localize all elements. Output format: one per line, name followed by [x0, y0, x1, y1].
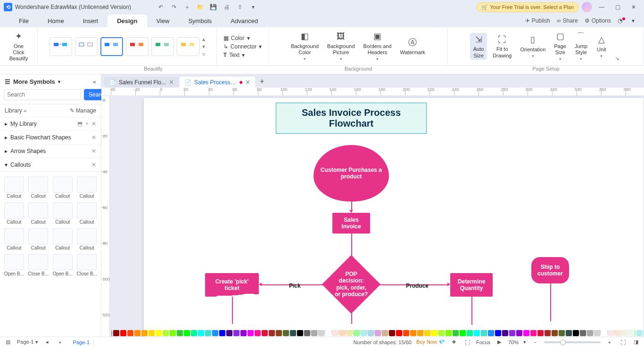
page-add-icon[interactable]: + — [56, 339, 65, 345]
trial-banner[interactable]: 🛒 Your Free Trial is over. Select a Plan — [476, 2, 579, 12]
color-swatch[interactable] — [389, 330, 395, 336]
color-swatch[interactable] — [255, 330, 261, 336]
node-ship[interactable]: Ship to customer — [531, 257, 569, 283]
menu-insert[interactable]: Insert — [74, 15, 108, 27]
connector[interactable] — [351, 202, 352, 211]
more-icon[interactable]: ▾ — [248, 2, 258, 12]
pagesetup-launcher-icon[interactable]: ↘ — [613, 53, 621, 64]
color-swatch[interactable] — [636, 330, 643, 336]
gallery-item[interactable]: Open B... — [2, 252, 26, 278]
gallery-item[interactable]: Callout — [2, 201, 26, 226]
theme-5[interactable] — [151, 37, 174, 56]
export-icon[interactable]: ⇪ — [235, 2, 245, 12]
no-color-swatch[interactable] — [111, 330, 112, 336]
chevron-down-icon[interactable]: ▾ — [632, 17, 635, 24]
theme-next-icon[interactable]: ▾ — [202, 43, 205, 50]
fullscreen-icon[interactable]: ⛶ — [619, 339, 627, 345]
connector[interactable] — [550, 283, 551, 321]
color-swatch[interactable] — [120, 330, 126, 336]
menu-view[interactable]: View — [147, 15, 179, 27]
theme-3[interactable] — [100, 37, 123, 56]
borders-button[interactable]: ▣Borders and Headers▾ — [361, 30, 395, 63]
menu-design[interactable]: Design — [107, 15, 147, 27]
theme-4[interactable] — [126, 37, 149, 56]
gallery-item[interactable]: Callout — [2, 226, 26, 252]
color-swatch[interactable] — [134, 330, 140, 336]
color-swatch[interactable] — [396, 330, 402, 336]
page[interactable]: Sales Invoice Process Flowchart Customer… — [144, 98, 644, 337]
connector-dropdown[interactable]: ↳Connector▾ — [223, 43, 262, 50]
undo-icon[interactable]: ↶ — [156, 2, 166, 12]
search-input[interactable] — [4, 89, 81, 100]
connector[interactable] — [351, 234, 352, 257]
color-swatch[interactable] — [205, 330, 211, 336]
color-swatch[interactable] — [332, 330, 339, 336]
theme-6[interactable] — [177, 37, 199, 56]
color-swatch[interactable] — [502, 330, 508, 336]
print-icon[interactable]: 🖨 — [222, 2, 232, 12]
color-swatch[interactable] — [339, 330, 346, 336]
color-swatch[interactable] — [184, 330, 190, 336]
unit-button[interactable]: △Unit▾ — [593, 33, 610, 60]
color-swatch[interactable] — [438, 330, 445, 336]
theme-prev-icon[interactable]: ▴ — [202, 36, 205, 42]
connector[interactable] — [232, 297, 233, 324]
color-swatch[interactable] — [248, 330, 254, 336]
node-sales-invoice[interactable]: Sales Invoice — [332, 213, 370, 234]
color-swatch[interactable] — [304, 330, 310, 336]
page-prev-icon[interactable]: ◂ — [43, 339, 51, 345]
color-swatch[interactable] — [127, 330, 133, 336]
text-dropdown[interactable]: TText▾ — [223, 51, 262, 59]
color-swatch[interactable] — [587, 330, 593, 336]
close-icon[interactable]: ✕ — [627, 2, 640, 12]
gallery-item[interactable]: Callout — [75, 226, 99, 252]
color-swatch[interactable] — [325, 330, 331, 336]
color-swatch[interactable] — [580, 330, 586, 336]
bg-color-button[interactable]: ◧Background Color▾ — [288, 30, 322, 63]
color-swatch[interactable] — [523, 330, 529, 336]
color-swatch[interactable] — [530, 330, 537, 336]
gallery-item[interactable]: Callout — [75, 201, 99, 226]
color-swatch[interactable] — [424, 330, 430, 336]
cat-close-icon[interactable]: ✕ — [91, 148, 96, 154]
gallery-item[interactable]: Callout — [50, 226, 75, 252]
color-swatch[interactable] — [226, 330, 232, 336]
color-swatch[interactable] — [431, 330, 438, 336]
options-button[interactable]: ⚙Options — [585, 17, 611, 24]
present-icon[interactable]: ▶ — [495, 339, 504, 345]
node-customer-purchase[interactable]: Customer Purchases a product — [314, 145, 389, 202]
focus-frame-icon[interactable]: ⛶ — [463, 339, 471, 345]
doc-tab-2[interactable]: 📄Sales Process F...✕ — [180, 77, 255, 88]
color-swatch[interactable] — [545, 330, 551, 336]
jump-style-button[interactable]: ⌒Jump Style▾ — [572, 30, 590, 63]
panel-icon[interactable]: ◨ — [632, 339, 640, 345]
color-swatch[interactable] — [417, 330, 423, 336]
layers-icon[interactable]: ❖ — [450, 339, 458, 345]
menu-file[interactable]: File — [9, 15, 38, 27]
node-determine-qty[interactable]: Determine Quantity — [450, 273, 493, 297]
color-swatch[interactable] — [191, 330, 197, 336]
connector[interactable] — [351, 305, 352, 324]
color-swatch[interactable] — [403, 330, 409, 336]
import-icon[interactable]: ⬒ — [77, 121, 83, 127]
library-label[interactable]: Library — [5, 107, 22, 114]
cat-close-icon[interactable]: ✕ — [91, 161, 96, 168]
color-swatch[interactable] — [446, 330, 452, 336]
color-swatch[interactable] — [537, 330, 544, 336]
color-dropdown[interactable]: ▦Color▾ — [223, 34, 262, 42]
color-swatch[interactable] — [262, 330, 268, 336]
color-swatch[interactable] — [488, 330, 494, 336]
gallery-item[interactable]: Callout — [50, 201, 75, 226]
sidebar-title[interactable]: More Symbols — [13, 78, 55, 85]
node-pick-ticket[interactable]: Create 'pick' ticket — [205, 273, 259, 297]
one-click-beautify-button[interactable]: ✦ One Click Beautify — [5, 30, 33, 63]
zoom-value[interactable]: 70% — [508, 339, 519, 345]
color-swatch[interactable] — [495, 330, 501, 336]
theme-more-icon[interactable]: ▿ — [202, 51, 205, 57]
color-swatch[interactable] — [198, 330, 204, 336]
color-swatch[interactable] — [552, 330, 558, 336]
color-swatch[interactable] — [368, 330, 374, 336]
color-swatch[interactable] — [318, 330, 324, 336]
pages-icon[interactable]: ▥ — [4, 339, 12, 345]
sidebar-cat-callouts[interactable]: ▾ Callouts✕ — [0, 158, 101, 172]
